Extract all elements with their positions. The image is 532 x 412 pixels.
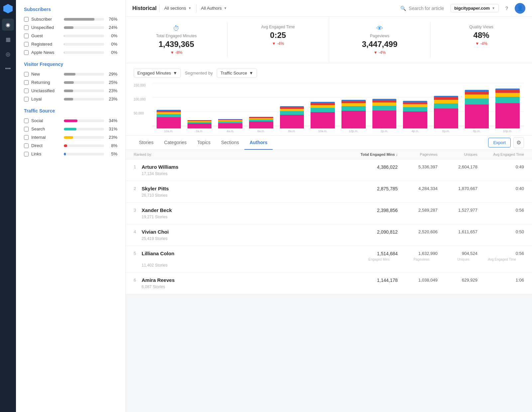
chart-x-label: 4p.m. [411,129,419,133]
chart-bars: 12a.m.2a.m.4a.m.6a.m.8a.m.10a.m.12p.m.2p… [152,83,524,133]
loyal-checkbox[interactable] [24,97,29,102]
chart-bar-group: 2p.m. [369,83,400,133]
tab-stories[interactable]: Stories [134,136,159,150]
nav-audience-icon[interactable]: ◎ [2,48,14,60]
subscriber-checkbox[interactable] [24,17,29,22]
chart-x-label: 12a.m. [164,129,174,133]
internal-bar [64,136,104,139]
social-label: Social [31,118,61,123]
chart-bar-group: 4p.m. [400,83,430,133]
avg-engaged-label: Avg Engaged Time [233,25,324,29]
chart-bar-group: 2a.m. [185,83,215,133]
unclassified-bar-fill [64,90,73,92]
domain-selector[interactable]: bigcitypaper.com ▼ [451,4,499,12]
tab-authors[interactable]: Authors [244,136,273,150]
row-pageviews: 2,589,287 [398,208,438,213]
row-avgtime: 0:56 [477,208,524,213]
guest-checkbox[interactable] [24,34,29,38]
row-author-name: Arturo Williams [142,164,344,170]
chart-x-label: 4a.m. [226,129,234,133]
row-pageviews: 4,284,334 [398,186,438,191]
search-bar[interactable]: 🔍 Search for article [398,6,447,11]
bar-segment [311,105,335,108]
search-checkbox[interactable] [24,127,29,131]
table-row[interactable]: 2 Skyler Pitts 2,875,785 4,284,334 1,870… [126,181,532,203]
unspecified-checkbox[interactable] [24,25,29,30]
quality-views-label: Quality Views [436,25,527,29]
sections-filter[interactable]: All sections ▼ [161,4,195,12]
table-row[interactable]: 3 Xander Beck 2,398,856 2,589,287 1,527,… [126,203,532,224]
unspecified-bar [64,26,104,29]
unspecified-pct: 24% [107,25,117,30]
chart-x-label: 8p.m. [473,129,481,133]
direct-checkbox[interactable] [24,143,29,148]
traffic-filter-direct: Direct 8% [24,143,117,148]
table-rows: 1 Arturo Williams 4,386,022 5,336,397 2,… [126,159,532,294]
visitor-freq-title: Visitor Frequency [24,62,117,67]
chart-section: Engaged Minutes ▼ Segmented by Traffic S… [126,63,532,136]
bar-segment [495,93,520,97]
direct-label: Direct [31,143,61,148]
user-avatar[interactable]: 👤 [515,3,525,14]
loyal-label: Loyal [31,97,61,102]
main-area: Historical All sections ▼ All Authors ▼ … [126,0,532,412]
chart-bar-group: 10p.m. [492,83,523,133]
table-row[interactable]: 5 Lilliana Colon 1,514,684 1,632,990 904… [126,246,532,273]
traffic-dropdown[interactable]: Traffic Source ▼ [217,69,257,78]
table-row[interactable]: 4 Vivian Choi 2,090,812 2,520,606 1,611,… [126,224,532,246]
authors-filter[interactable]: All Authors ▼ [198,4,230,12]
links-label: Links [31,151,61,156]
help-icon[interactable]: ? [501,3,512,14]
social-checkbox[interactable] [24,118,29,123]
row-engaged: 4,386,022 [344,164,398,170]
nav-realtime-icon[interactable]: ◉ [2,19,14,31]
new-checkbox[interactable] [24,72,29,77]
metric-avg-engaged: Avg Engaged Time 0:25 ▼ -4% [227,22,329,58]
export-button[interactable]: Export [488,138,511,147]
chart-controls: Engaged Minutes ▼ Segmented by Traffic S… [134,69,524,78]
sections-label: All sections [164,6,186,11]
chart-bar-group: 6a.m. [246,83,276,133]
settings-icon[interactable]: ⚙ [513,137,524,148]
internal-checkbox[interactable] [24,135,29,140]
search-placeholder: Search for article [409,6,444,11]
table-row[interactable]: 1 Arturo Williams 4,386,022 5,336,397 2,… [126,159,532,181]
new-bar-fill [64,73,75,76]
bar-segment [465,104,489,128]
metric-dropdown[interactable]: Engaged Minutes ▼ [134,69,181,78]
header-pageviews: Pageviews [398,152,438,156]
unclassified-checkbox[interactable] [24,89,29,93]
bar-segment [280,111,304,115]
applenews-bar-fill [64,51,64,54]
row-engaged: 2,090,812 [344,229,398,235]
traffic-dropdown-chevron: ▼ [249,71,253,76]
nav-analytics-icon[interactable]: ▦ [2,33,14,45]
row-rank: 5 [134,251,142,256]
nav-more-icon[interactable]: ••• [2,63,14,75]
bar-segment [372,103,397,106]
bar-segment [188,123,212,128]
chart-x-label: 10a.m. [318,129,328,133]
traffic-dropdown-label: Traffic Source [220,71,247,76]
tab-categories[interactable]: Categories [159,136,192,150]
tab-topics[interactable]: Topics [192,136,216,150]
links-checkbox[interactable] [24,152,29,156]
direct-bar-fill [64,144,67,147]
visitor-filter-new: New 29% [24,72,117,77]
unspecified-bar-fill [64,26,73,29]
row-avgtime: 1:06 [477,278,524,283]
table-row[interactable]: 6 Amira Reeves 1,144,178 1,038,049 629,9… [126,273,532,294]
subscriber-label: Subscriber [31,17,61,22]
registered-checkbox[interactable] [24,42,29,47]
row-rank: 2 [134,186,142,191]
subscriber-bar-fill [64,18,94,21]
returning-checkbox[interactable] [24,80,29,85]
unspecified-label: Unspecified [31,25,61,30]
row-pageviews: 2,520,606 [398,229,438,234]
bar-segment [280,115,304,128]
app-logo[interactable] [3,4,13,13]
bar-segment [157,114,181,117]
authors-label: All Authors [201,6,222,11]
tab-sections[interactable]: Sections [216,136,244,150]
applenews-checkbox[interactable] [24,50,29,55]
